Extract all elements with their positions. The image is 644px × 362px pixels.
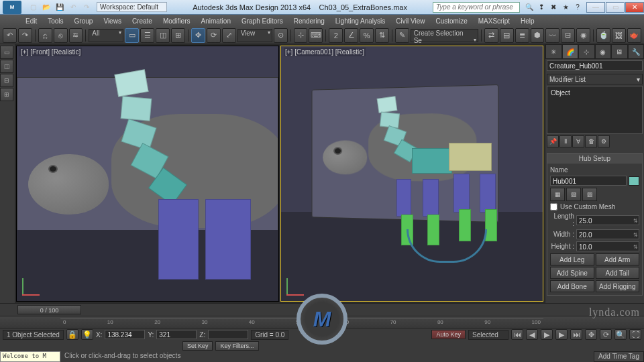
color-swatch[interactable]: [629, 176, 639, 186]
menu-rendering[interactable]: Rendering: [288, 16, 330, 26]
snap-angle-icon[interactable]: ∠: [344, 28, 358, 43]
hub-shape3-icon[interactable]: ▨: [582, 188, 597, 201]
select-rotate-icon[interactable]: ⟳: [207, 28, 221, 43]
add-spine-button[interactable]: Add Spine: [550, 267, 594, 279]
qat-save-icon[interactable]: 💾: [54, 2, 66, 13]
ref-coord-system[interactable]: View: [237, 29, 272, 42]
stack-item-object[interactable]: Object: [549, 88, 640, 97]
viewport-camera[interactable]: [+] [Camera001] [Realistic]: [280, 46, 543, 302]
favorites-icon[interactable]: ★: [560, 3, 571, 12]
pivot-center-icon[interactable]: ⊙: [274, 28, 288, 43]
redo-icon[interactable]: ↷: [18, 28, 32, 43]
window-crossing-icon[interactable]: ⊞: [171, 28, 185, 43]
menu-animation[interactable]: Animation: [195, 16, 235, 26]
close-button[interactable]: ✕: [625, 2, 644, 13]
use-custom-mesh-checkbox[interactable]: [550, 203, 557, 210]
height-spinner[interactable]: 10.0: [576, 241, 639, 251]
render-setup-icon[interactable]: 🍵: [596, 28, 610, 43]
tab-motion-icon[interactable]: ◉: [595, 44, 612, 59]
rollout-header[interactable]: Hub Setup: [547, 154, 642, 164]
qat-new-icon[interactable]: ▢: [27, 2, 39, 13]
menu-tools[interactable]: Tools: [42, 16, 68, 26]
prev-frame-icon[interactable]: ◀: [526, 329, 538, 340]
spinner-snap-icon[interactable]: ⇅: [375, 28, 389, 43]
nav-pan-icon[interactable]: ✥: [585, 329, 597, 340]
nav-max-icon[interactable]: ⛶: [629, 329, 641, 340]
material-editor-icon[interactable]: ◉: [576, 28, 590, 43]
length-spinner[interactable]: 25.0: [576, 215, 639, 225]
goto-start-icon[interactable]: ⏮: [511, 329, 523, 340]
nav-zoom-icon[interactable]: 🔍: [614, 329, 627, 340]
select-icon[interactable]: ▭: [125, 28, 139, 43]
layout-4-icon[interactable]: ⊞: [0, 88, 13, 101]
exchange-icon[interactable]: ✖: [548, 3, 559, 12]
remove-mod-icon[interactable]: 🗑: [585, 135, 597, 147]
add-arm-button[interactable]: Add Arm: [596, 253, 640, 265]
play-icon[interactable]: ▶: [541, 329, 553, 340]
menu-help[interactable]: Help: [515, 16, 540, 26]
named-selection-set[interactable]: Create Selection Se: [411, 29, 478, 42]
minimize-button[interactable]: —: [586, 2, 605, 13]
configure-sets-icon[interactable]: ⚙: [598, 135, 610, 147]
help-icon[interactable]: ?: [572, 3, 583, 12]
hub-shape1-icon[interactable]: ▦: [550, 188, 565, 201]
coord-y[interactable]: 321: [156, 330, 197, 339]
curve-editor-icon[interactable]: 〰: [545, 28, 559, 43]
time-slider[interactable]: 0 / 100: [17, 305, 81, 314]
menu-views[interactable]: Views: [98, 16, 127, 26]
layout-1-icon[interactable]: ▭: [0, 46, 13, 59]
snap-percent-icon[interactable]: %: [360, 28, 374, 43]
key-mode[interactable]: Selected: [468, 330, 508, 340]
layers-icon[interactable]: ≣: [515, 28, 529, 43]
tab-hierarchy-icon[interactable]: ⊹: [578, 44, 595, 59]
nav-orbit-icon[interactable]: ⟳: [600, 329, 612, 340]
track-bar[interactable]: 0 10 20 30 40 50 60 70 80 90 100 M lynda…: [0, 316, 644, 328]
hub-shape2-icon[interactable]: ▧: [566, 188, 581, 201]
menu-civilview[interactable]: Civil View: [390, 16, 430, 26]
maximize-button[interactable]: ▭: [606, 2, 625, 13]
menu-lighting[interactable]: Lighting Analysis: [330, 16, 391, 26]
modifier-stack[interactable]: Object: [547, 86, 643, 134]
select-name-icon[interactable]: ☰: [140, 28, 154, 43]
align-icon[interactable]: ▤: [500, 28, 514, 43]
menu-create[interactable]: Create: [127, 16, 158, 26]
signin-icon[interactable]: ❢: [536, 3, 547, 12]
coord-x[interactable]: 138.234: [105, 330, 145, 339]
pin-stack-icon[interactable]: 📌: [547, 135, 559, 147]
tab-modify-icon[interactable]: 🌈: [562, 44, 579, 59]
goto-end-icon[interactable]: ⏭: [570, 329, 582, 340]
qat-open-icon[interactable]: 📂: [40, 2, 52, 13]
qat-redo-icon[interactable]: ↷: [80, 2, 93, 13]
menu-grapheditors[interactable]: Graph Editors: [236, 16, 288, 26]
add-bone-button[interactable]: Add Bone: [550, 280, 594, 292]
selection-lock-icon[interactable]: 🔒: [66, 329, 78, 340]
maxscript-listener[interactable]: Welcome to M: [0, 351, 60, 362]
viewport-camera-label[interactable]: [+] [Camera001] [Realistic]: [284, 48, 366, 56]
workspace-selector[interactable]: Workspace: Default: [97, 2, 167, 12]
add-rigging-button[interactable]: Add Rigging: [596, 280, 640, 292]
layout-3-icon[interactable]: ⊟: [0, 74, 13, 87]
setkey-button[interactable]: Set Key: [182, 341, 213, 351]
bind-spacewarp-icon[interactable]: ≋: [69, 28, 83, 43]
object-name-field[interactable]: Creature_Hub001: [547, 60, 643, 71]
infocenter-icon[interactable]: 🔍: [524, 3, 535, 12]
schematic-view-icon[interactable]: ⊟: [561, 28, 575, 43]
isolate-icon[interactable]: 💡: [81, 329, 93, 340]
selection-filter[interactable]: All: [89, 29, 123, 42]
viewport-front[interactable]: [+] [Front] [Realistic] Possible Bone Pl…: [16, 46, 279, 302]
mirror-icon[interactable]: ⇄: [484, 28, 498, 43]
keyfilters-button[interactable]: Key Filters...: [215, 341, 258, 351]
select-scale-icon[interactable]: ⤢: [222, 28, 236, 43]
coord-z[interactable]: [208, 330, 248, 339]
undo-icon[interactable]: ↶: [3, 28, 17, 43]
link-icon[interactable]: ⎌: [38, 28, 52, 43]
select-move-icon[interactable]: ✥: [191, 28, 205, 43]
menu-maxscript[interactable]: MAXScript: [473, 16, 515, 26]
manipulate-icon[interactable]: ⊹: [294, 28, 308, 43]
layout-2-icon[interactable]: ◫: [0, 60, 13, 73]
app-icon[interactable]: M: [3, 1, 21, 14]
width-spinner[interactable]: 20.0: [576, 229, 639, 239]
menu-customize[interactable]: Customize: [430, 16, 472, 26]
tab-display-icon[interactable]: 🖥: [611, 44, 628, 59]
add-time-tag-button[interactable]: Add Time Tag: [594, 351, 644, 362]
